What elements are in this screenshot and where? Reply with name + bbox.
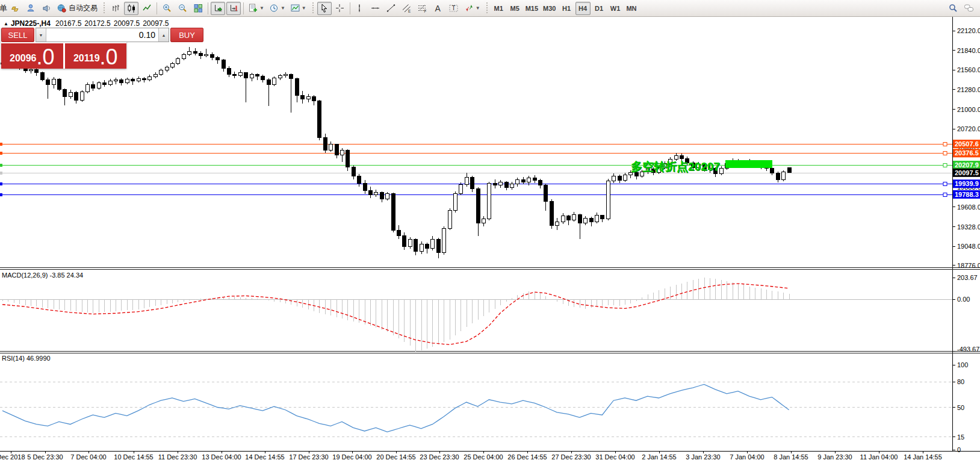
rsi-axis-tick: 100 xyxy=(957,361,968,368)
text-button[interactable]: A xyxy=(431,2,445,15)
time-axis-label[interactable]: 11 Jan 04:00 xyxy=(860,453,898,461)
horizontal-line-button[interactable] xyxy=(368,2,383,15)
timeframe-d1-button[interactable]: D1 xyxy=(592,2,607,15)
profiles-button[interactable] xyxy=(23,2,38,15)
toolbar-grip xyxy=(312,2,315,14)
time-axis-label[interactable]: 8 Jan 14:55 xyxy=(774,453,808,461)
news-button[interactable] xyxy=(39,2,54,15)
candle-body xyxy=(572,215,576,220)
fibonacci-button[interactable]: F xyxy=(415,2,430,15)
rsi-axis-tick: 15 xyxy=(957,433,964,441)
candle-body xyxy=(81,92,84,100)
price-axis-tick: 21000.0 xyxy=(957,106,980,113)
line-handle[interactable] xyxy=(943,193,947,197)
tile-windows-button[interactable] xyxy=(191,2,205,15)
vertical-line-button[interactable] xyxy=(353,2,367,15)
high-value: 20172.5 xyxy=(84,19,110,28)
highlight-box[interactable] xyxy=(725,160,772,168)
timeframe-h1-button[interactable]: H1 xyxy=(559,2,574,15)
time-axis-label[interactable]: 17 Dec 23:30 xyxy=(289,453,328,461)
equidistant-channel-button[interactable]: E xyxy=(400,2,414,15)
time-axis-label[interactable]: 9 Jan 23:30 xyxy=(817,453,852,461)
time-axis-label[interactable]: 19 Dec 04:00 xyxy=(332,453,371,461)
chart-canvas[interactable]: 22120.021840.021560.021280.021000.020720… xyxy=(0,0,980,466)
buy-button[interactable]: BUY xyxy=(170,28,203,42)
time-axis-label[interactable]: 7 Dec 04:00 xyxy=(70,453,106,461)
line-handle[interactable] xyxy=(943,152,947,155)
time-axis-label[interactable]: 10 Dec 14:55 xyxy=(114,453,153,461)
time-axis-label[interactable]: 25 Dec 04:00 xyxy=(464,453,503,461)
candlestick-button[interactable] xyxy=(124,2,138,15)
time-axis-label[interactable]: 2 Jan 14:55 xyxy=(642,453,677,461)
time-axis-label[interactable]: 27 Dec 23:30 xyxy=(551,453,591,461)
sell-price-panel[interactable]: 20096.0 xyxy=(1,43,63,69)
line-handle[interactable] xyxy=(943,182,947,186)
chat-button[interactable] xyxy=(961,2,976,15)
search-button[interactable] xyxy=(946,2,960,15)
time-axis-label[interactable]: 13 Dec 04:00 xyxy=(202,453,241,461)
time-axis-label[interactable]: 7 Jan 04:00 xyxy=(730,453,764,461)
volume-decrease-button[interactable]: ▼ xyxy=(36,28,46,42)
line-chart-button[interactable] xyxy=(140,2,154,15)
templates-button[interactable]: ▼ xyxy=(288,2,308,15)
line-handle[interactable] xyxy=(943,164,947,167)
svg-text:A: A xyxy=(435,4,441,13)
chart-shift-button[interactable] xyxy=(226,2,241,15)
timeframe-m5-button[interactable]: M5 xyxy=(507,2,523,15)
market-watch-button[interactable] xyxy=(8,2,22,15)
price-axis-tick: 21840.0 xyxy=(957,47,980,54)
zoom-out-button[interactable] xyxy=(175,2,190,15)
autotrade-button[interactable]: 自动交易 xyxy=(55,2,99,15)
time-axis-label[interactable]: 11 Dec 23:30 xyxy=(158,453,197,461)
auto-scroll-button[interactable] xyxy=(211,2,225,15)
time-axis-label[interactable]: 14 Jan 14:55 xyxy=(904,453,942,461)
candle-body xyxy=(166,67,169,70)
time-axis-label[interactable]: 23 Dec 23:30 xyxy=(420,453,459,461)
candle-body xyxy=(58,79,61,89)
candle-body xyxy=(126,79,129,82)
timeframe-h4-button[interactable]: H4 xyxy=(575,2,591,15)
tile-windows-icon xyxy=(193,3,203,13)
timeframe-m30-button[interactable]: M30 xyxy=(541,2,557,15)
timeframe-m15-button[interactable]: M15 xyxy=(524,2,540,15)
candle-body xyxy=(284,74,288,75)
sell-price-decimal: .0 xyxy=(36,47,54,67)
candle-body xyxy=(675,156,678,160)
periods-icon xyxy=(269,3,279,13)
trendline-button[interactable] xyxy=(384,2,399,15)
indicators-button[interactable]: ▼ xyxy=(246,2,266,15)
volume-input[interactable] xyxy=(46,28,158,42)
arrows-button[interactable]: ▼ xyxy=(462,2,482,15)
price-axis-tick: 18776.0 xyxy=(957,262,980,269)
candle-body xyxy=(578,215,582,223)
timeframe-w1-button[interactable]: W1 xyxy=(608,2,623,15)
volume-increase-button[interactable]: ▲ xyxy=(158,28,169,42)
time-axis-label[interactable]: Dec 2018 xyxy=(0,453,25,461)
time-axis-label[interactable]: 20 Dec 14:55 xyxy=(376,453,415,461)
macd-axis-tick: 0.00 xyxy=(957,296,970,303)
time-axis-label[interactable]: 5 Dec 23:30 xyxy=(27,453,63,461)
text-label-button[interactable]: T xyxy=(447,2,461,15)
candle-body xyxy=(459,184,463,193)
crosshair-button[interactable] xyxy=(333,2,347,15)
time-axis-label[interactable]: 31 Dec 04:00 xyxy=(595,453,634,461)
line-handle[interactable] xyxy=(943,143,947,146)
chart-annotation-text[interactable]: 多空转折点20207 xyxy=(631,160,720,173)
periods-button[interactable]: ▼ xyxy=(267,2,287,15)
vertical-line-icon xyxy=(355,3,365,13)
collapse-arrow-icon[interactable]: ▲ xyxy=(4,21,8,26)
bar-chart-button[interactable] xyxy=(108,2,123,15)
candle-body xyxy=(148,77,152,80)
time-axis-label[interactable]: 14 Dec 14:55 xyxy=(245,453,284,461)
sell-button[interactable]: SELL xyxy=(1,28,34,42)
time-axis-label[interactable]: 26 Dec 14:55 xyxy=(507,453,547,461)
zoom-in-button[interactable] xyxy=(160,2,174,15)
candle-body xyxy=(380,192,384,199)
rsi-line xyxy=(2,384,789,432)
timeframe-m1-button[interactable]: M1 xyxy=(491,2,506,15)
time-axis-label[interactable]: 3 Jan 23:30 xyxy=(686,453,721,461)
toolbar-separator xyxy=(208,2,208,14)
buy-price-panel[interactable]: 20119.0 xyxy=(65,43,127,69)
cursor-button[interactable] xyxy=(317,2,332,15)
timeframe-mn-button[interactable]: MN xyxy=(624,2,639,15)
